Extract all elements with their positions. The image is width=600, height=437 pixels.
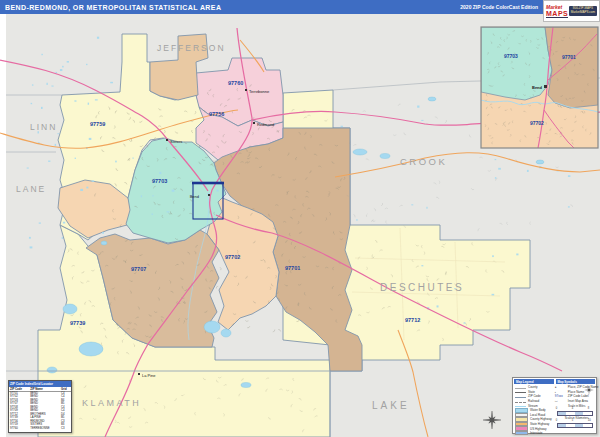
zip-index-table: ZIP Code Index/Grid Locator ZIP CodeZIP … [8, 380, 72, 433]
zip-label-97701: 97701 [285, 265, 300, 271]
scale-bar-miles: 048 [555, 408, 599, 415]
lake [101, 241, 107, 245]
lake [241, 383, 251, 388]
inset-zip-label-97701: 97701 [562, 54, 576, 60]
city-label-la-pine: La Pine [142, 373, 156, 378]
zip-index-body: 97701BENDC497702BENDC497703BENDB497707BE… [9, 392, 71, 431]
lake [204, 321, 220, 333]
zip-label-97703: 97703 [152, 178, 167, 184]
zip-label-97712: 97712 [405, 317, 420, 323]
zip-label-97756: 97756 [209, 111, 224, 117]
inset-map: 977039770197702Bend [481, 27, 598, 148]
legend-left-column: CountyStateZIP CodeRailroadStreamWater B… [515, 385, 552, 436]
city-label-terrebonne: Terrebonne [249, 89, 270, 94]
map-document: JEFFERSONLINNLANECROOKDESCHUTESKLAMATHLA… [0, 0, 600, 437]
brand-name-bottom: MAPS [546, 10, 568, 18]
inset-city-label: Bend [532, 85, 543, 90]
legend-symbol-item: ▭Inset Map Area [555, 399, 599, 404]
brand-site: MarketMAPS.com [571, 11, 595, 15]
county-label-jefferson: JEFFERSON [157, 43, 226, 53]
legend-header-left: Map Legend [514, 379, 554, 384]
county-label-lake: LAKE [372, 400, 410, 411]
legend-road-item: Interstate [515, 431, 552, 436]
city-label-bend: Bend [190, 194, 199, 199]
title-bar: BEND-REDMOND, OR METROPOLITAN STATISTICA… [0, 0, 600, 14]
lake [47, 367, 57, 373]
lake [221, 329, 231, 337]
zip-label-97707: 97707 [131, 266, 146, 272]
city-label-redmond: Redmond [257, 122, 274, 127]
county-label-klamath: KLAMATH [82, 398, 141, 408]
main-map: JEFFERSONLINNLANECROOKDESCHUTESKLAMATHLA… [0, 0, 600, 437]
lake [536, 160, 544, 164]
inset-zip-label-97703: 97703 [504, 53, 518, 59]
lake [380, 154, 390, 159]
legend-compass [583, 384, 595, 396]
brand-logo-art: Market MAPS [546, 5, 568, 18]
county-label-crook: CROOK [400, 156, 447, 167]
brand-logo: Market MAPS 800-ZIP-MAPS MarketMAPS.com [543, 0, 600, 22]
county-label-deschutes: DESCHUTES [380, 282, 464, 293]
county-label-lane: LANE [16, 184, 46, 194]
zip-label-97702: 97702 [225, 254, 240, 260]
zip-label-97759: 97759 [90, 121, 105, 127]
brand-contact: 800-ZIP-MAPS MarketMAPS.com [569, 6, 597, 15]
zip-label-97760: 97760 [228, 80, 243, 86]
scale-bar-km: 0510 [555, 420, 599, 427]
county-label-linn: LINN [30, 122, 57, 132]
city-label-sisters: Sisters [170, 139, 182, 144]
zip-index-row: 97760TERREBONNEC3 [9, 427, 71, 430]
map-title: BEND-REDMOND, OR METROPOLITAN STATISTICA… [0, 4, 460, 11]
lake [353, 149, 367, 155]
lake [63, 304, 77, 314]
lake [79, 342, 103, 356]
lake [428, 97, 436, 101]
inset-zip-label-97702: 97702 [530, 120, 544, 126]
map-legend: Map Legend Map Symbols CountyStateZIP Co… [512, 377, 597, 434]
zip-label-97739: 97739 [70, 320, 85, 326]
